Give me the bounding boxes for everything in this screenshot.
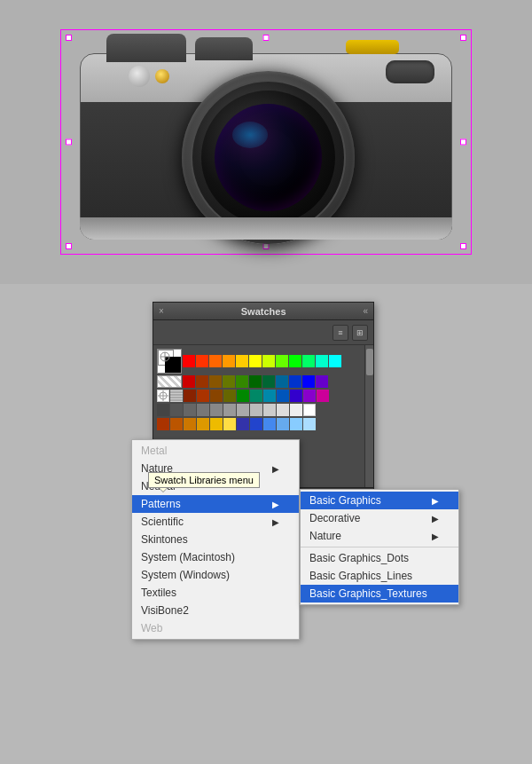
menu-item-system-win[interactable]: System (Windows) (132, 566, 299, 584)
view-list-button[interactable]: ≡ (332, 325, 348, 341)
panel-close-button[interactable]: × (159, 306, 164, 316)
swatch-cell[interactable] (250, 404, 262, 416)
menu-item-decorative[interactable]: Decorative ▶ (301, 509, 458, 527)
menu-item-visibone2[interactable]: VisiBone2 (132, 602, 299, 619)
swatch-cell[interactable] (197, 404, 209, 416)
swatch-cell[interactable] (316, 375, 328, 388)
swatch-cell[interactable] (236, 375, 248, 388)
menu-item-bg-dots[interactable]: Basic Graphics_Dots (301, 549, 458, 567)
swatch-cell[interactable] (170, 404, 183, 416)
swatch-cell[interactable] (170, 418, 183, 430)
lens-ring-3 (201, 91, 335, 224)
swatch-cell[interactable] (237, 404, 249, 416)
panel-titlebar: × Swatches « (153, 303, 373, 320)
swatch-cell[interactable] (157, 418, 169, 430)
swatch-cell[interactable] (303, 390, 316, 402)
camera-dot-white (129, 66, 150, 87)
swatch-cell[interactable] (183, 375, 195, 388)
camera-body (80, 53, 452, 240)
swatch-cell[interactable] (209, 375, 222, 388)
menu-item-skintones[interactable]: Skintones (132, 531, 299, 548)
context-menu-container: Metal Nature ▶ Neutral Patterns ▶ Scient… (131, 439, 459, 640)
swatch-cell[interactable] (223, 355, 235, 367)
swatch-cell[interactable] (184, 390, 196, 402)
swatch-cell[interactable] (184, 404, 196, 416)
swatch-cell[interactable] (183, 355, 195, 367)
swatch-cell[interactable] (157, 404, 169, 416)
menu-item-patterns[interactable]: Patterns ▶ (132, 495, 299, 513)
swatch-cell[interactable] (263, 418, 276, 430)
swatch-cell[interactable] (277, 390, 289, 402)
swatch-cell[interactable] (249, 375, 262, 388)
swatch-cell[interactable] (209, 355, 222, 367)
swatch-cell[interactable] (197, 390, 209, 402)
menu-item-metal[interactable]: Metal (132, 442, 299, 460)
menu-item-scientific[interactable]: Scientific ▶ (132, 513, 299, 531)
swatch-cell[interactable] (196, 355, 208, 367)
lens-highlight (232, 122, 268, 148)
swatch-cell[interactable] (290, 418, 302, 430)
swatch-cell[interactable] (289, 355, 301, 367)
view-grid-button[interactable]: ⊞ (352, 325, 368, 341)
menu-item-basic-graphics[interactable]: Basic Graphics ▶ (301, 492, 458, 509)
swatch-cell[interactable] (237, 390, 249, 402)
swatch-cell[interactable] (277, 404, 289, 416)
menu-item-textiles[interactable]: Textiles (132, 584, 299, 602)
swatch-cell[interactable] (250, 390, 262, 402)
swatch-cell[interactable] (170, 390, 183, 402)
menu-item-bg-textures[interactable]: Basic Graphics_Textures (301, 585, 458, 603)
swatch-cell[interactable] (290, 404, 302, 416)
swatch-cell[interactable] (236, 355, 248, 367)
swatch-row-5 (157, 418, 361, 430)
swatch-cell[interactable] (290, 390, 302, 402)
swatch-cell[interactable] (210, 404, 223, 416)
menu-item-system-mac[interactable]: System (Macintosh) (132, 548, 299, 566)
swatch-cell[interactable] (317, 390, 329, 402)
pattern-swatch[interactable] (157, 375, 182, 388)
swatch-cell[interactable] (276, 355, 288, 367)
swatch-cell[interactable] (316, 355, 328, 367)
swatch-cell[interactable] (210, 418, 223, 430)
swatch-cell[interactable] (249, 355, 262, 367)
handle-rm[interactable] (460, 139, 466, 146)
swatch-cell[interactable] (303, 418, 316, 430)
swatch-cell[interactable] (210, 390, 223, 402)
swatch-cell[interactable] (302, 355, 315, 367)
handle-tl[interactable] (66, 35, 72, 41)
tooltip-text: Swatch Libraries menu (148, 472, 260, 488)
swatch-cell[interactable] (223, 390, 236, 402)
submenu-arrow: ▶ (432, 496, 439, 506)
swatch-cell[interactable] (237, 418, 249, 430)
handle-bm[interactable] (263, 243, 270, 249)
none-swatch[interactable] (157, 349, 182, 374)
swatch-cell[interactable] (289, 375, 301, 388)
handle-tr[interactable] (460, 35, 466, 41)
scrollbar-thumb[interactable] (366, 349, 373, 375)
swatch-cell[interactable] (276, 375, 288, 388)
swatch-cell[interactable] (223, 418, 236, 430)
swatch-cell[interactable] (302, 375, 315, 388)
swatch-cell[interactable] (329, 355, 341, 367)
swatch-cell[interactable] (184, 418, 196, 430)
swatch-cell[interactable] (277, 418, 289, 430)
swatch-cell[interactable] (250, 418, 262, 430)
handle-bl[interactable] (66, 243, 72, 249)
swatch-cell[interactable] (223, 404, 236, 416)
submenu-arrow: ▶ (272, 500, 279, 509)
swatch-cell[interactable] (262, 355, 275, 367)
swatch-cell[interactable] (197, 418, 209, 430)
handle-lm[interactable] (66, 139, 72, 146)
menu-item-nature-sub[interactable]: Nature ▶ (301, 527, 458, 545)
swatch-cell[interactable] (196, 375, 208, 388)
swatch-cell[interactable] (263, 390, 276, 402)
swatch-cell[interactable] (263, 404, 276, 416)
swatch-cell[interactable] (157, 390, 169, 402)
swatch-cell[interactable] (262, 375, 275, 388)
menu-item-bg-lines[interactable]: Basic Graphics_Lines (301, 567, 458, 585)
swatch-cell[interactable] (303, 404, 316, 416)
handle-tm[interactable] (263, 35, 270, 41)
menu-item-web[interactable]: Web (132, 619, 299, 637)
swatch-cell[interactable] (223, 375, 235, 388)
handle-br[interactable] (460, 243, 466, 249)
panel-collapse-button[interactable]: « (363, 306, 368, 316)
